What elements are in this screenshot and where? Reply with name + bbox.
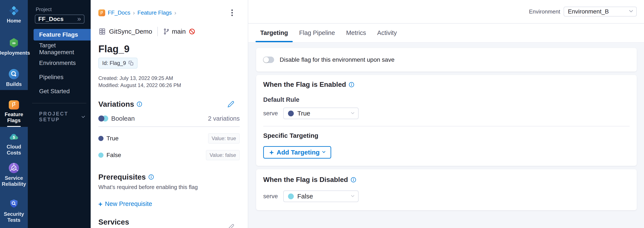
builds-icon <box>9 69 19 79</box>
module-builds-label: Builds <box>6 81 22 87</box>
breadcrumb-feature-flags-link[interactable]: Feature Flags <box>138 10 172 16</box>
tab-activity[interactable]: Activity <box>372 24 402 42</box>
info-icon[interactable] <box>137 101 142 107</box>
project-sidebar: Project FF_Docs » Feature Flags Target M… <box>28 0 91 228</box>
default-serve-row: serve True <box>263 107 630 119</box>
serve-label: serve <box>263 193 278 200</box>
environment-panel: Environment Environment_B Targeting Flag… <box>248 0 644 228</box>
serve-value: True <box>297 110 310 117</box>
serve-label: serve <box>263 110 278 117</box>
breadcrumb: FF_Docs › Feature Flags › <box>98 9 240 17</box>
enabled-heading: When the Flag is Enabled <box>263 81 346 88</box>
targeting-content: Disable flag for this environment upon s… <box>248 42 644 210</box>
sidebar-item-pipelines[interactable]: Pipelines <box>28 71 91 83</box>
plus-icon: + <box>98 201 102 207</box>
info-icon[interactable] <box>349 82 354 87</box>
flag-disabled-card: When the Flag is Disabled serve False <box>256 169 637 210</box>
tab-metrics[interactable]: Metrics <box>342 24 371 42</box>
chevron-down-icon <box>351 110 354 114</box>
sidebar-item-get-started[interactable]: Get Started <box>28 85 91 97</box>
divider <box>263 126 630 127</box>
variations-heading: Variations <box>98 100 134 108</box>
svg-text:∞: ∞ <box>12 40 16 46</box>
services-section: Services Services this flag is associate… <box>98 218 240 228</box>
prerequisites-heading: Prerequisites <box>98 173 146 181</box>
breadcrumb-separator: › <box>133 10 135 16</box>
info-icon[interactable] <box>351 177 356 183</box>
tab-flag-pipeline[interactable]: Flag Pipeline <box>294 24 340 42</box>
sidebar-item-label: Environments <box>39 60 76 66</box>
flag-options-menu-icon[interactable] <box>230 9 234 17</box>
default-serve-select[interactable]: True <box>283 107 358 119</box>
svg-text:$: $ <box>13 135 15 140</box>
sidebar-item-label: Pipelines <box>39 74 64 81</box>
git-branch-name[interactable]: main <box>172 28 186 35</box>
chevron-down-icon <box>351 193 354 197</box>
flag-detail-column: FF_Docs › Feature Flags › GitSync_Demo m… <box>91 0 248 228</box>
tab-label: Activity <box>377 29 397 36</box>
flag-dates: Created: July 13, 2022 09:25 AM Modified… <box>98 75 240 89</box>
variation-value-badge: Value: true <box>208 133 240 144</box>
environment-label: Environment <box>529 8 560 15</box>
prerequisites-description: What’s required before enabling this fla… <box>98 184 240 190</box>
disable-flag-toggle[interactable] <box>263 57 274 63</box>
default-rule-label: Default Rule <box>263 96 630 103</box>
environment-value: Environment_B <box>568 8 609 15</box>
module-cloud-costs-label: Cloud Costs <box>0 144 28 156</box>
variation-type-row: Boolean 2 variations <box>98 115 240 122</box>
add-targeting-button[interactable]: + Add Targeting <box>263 146 331 159</box>
module-feature-flags[interactable]: Feature Flags <box>0 90 28 127</box>
module-service-reliability[interactable]: Service Reliability <box>0 163 28 187</box>
sidebar-divider <box>32 103 86 103</box>
variation-row-false: False Value: false <box>98 150 240 160</box>
edit-variations-icon[interactable] <box>228 101 234 107</box>
module-deployments-label: Deployments <box>0 50 30 56</box>
sidebar-item-label: Get Started <box>39 88 70 95</box>
true-variation-dot <box>98 136 104 141</box>
info-icon[interactable] <box>148 174 154 180</box>
disabled-header: When the Flag is Disabled <box>263 176 630 184</box>
tab-targeting[interactable]: Targeting <box>256 24 293 42</box>
module-security-tests[interactable]: Security Tests <box>0 199 28 223</box>
feature-flags-breadcrumb-icon <box>98 10 105 16</box>
disable-flag-label: Disable flag for this environment upon s… <box>280 56 394 63</box>
project-label: Project <box>36 7 91 13</box>
enabled-header: When the Flag is Enabled <box>263 81 630 88</box>
flag-enabled-card: When the Flag is Enabled Default Rule se… <box>256 75 637 166</box>
copy-icon[interactable] <box>128 61 134 66</box>
environment-header: Environment Environment_B <box>248 0 644 24</box>
edit-services-icon[interactable] <box>228 224 234 228</box>
module-cloud-costs[interactable]: $ Cloud Costs <box>0 132 28 156</box>
project-selector[interactable]: FF_Docs » <box>35 15 84 24</box>
sidebar-item-target-management[interactable]: Target Management <box>28 43 91 55</box>
chevron-down-icon <box>322 150 326 153</box>
add-targeting-label: Add Targeting <box>277 149 320 156</box>
breadcrumb-separator: › <box>174 10 176 16</box>
plus-icon: + <box>270 149 274 155</box>
module-home[interactable]: Home <box>0 6 28 24</box>
project-name: FF_Docs <box>38 16 64 23</box>
module-builds[interactable]: Builds <box>0 69 28 87</box>
disabled-serve-select[interactable]: False <box>283 190 358 202</box>
new-prerequisite-button[interactable]: + New Prerequisite <box>98 200 152 207</box>
services-heading: Services <box>98 218 186 226</box>
module-deployments[interactable]: ∞ Deployments <box>0 38 28 56</box>
active-module-underline <box>7 126 21 127</box>
chevron-down-icon <box>629 8 633 12</box>
feature-flags-icon <box>9 100 19 109</box>
variation-name: False <box>106 152 121 159</box>
project-setup-section[interactable]: PROJECT SETUP <box>39 111 84 123</box>
cloud-costs-icon: $ <box>9 132 19 142</box>
breadcrumb-project-link[interactable]: FF_Docs <box>108 10 130 16</box>
divider <box>98 127 240 127</box>
page-title: Flag_9 <box>98 43 240 55</box>
variation-value-badge: Value: false <box>206 150 240 160</box>
sidebar-item-feature-flags[interactable]: Feature Flags <box>34 29 91 41</box>
false-variation-dot <box>98 153 104 158</box>
flag-id-text: Id: Flag_9 <box>102 60 126 66</box>
divider <box>157 27 158 36</box>
deployments-icon: ∞ <box>9 38 19 48</box>
environment-select[interactable]: Environment_B <box>564 7 637 17</box>
false-variation-dot <box>288 193 294 199</box>
sidebar-item-environments[interactable]: Environments <box>28 57 91 69</box>
